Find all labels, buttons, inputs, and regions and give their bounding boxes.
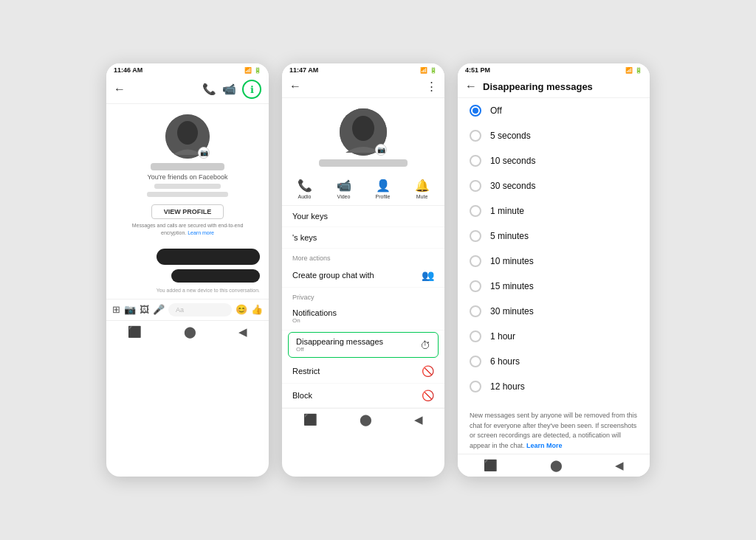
input-placeholder: Aa <box>176 306 184 314</box>
radio-label-1: 5 seconds <box>490 131 531 141</box>
time-1: 11:46 AM <box>114 66 142 74</box>
radio-circle-11 <box>470 381 481 392</box>
radio-item-8[interactable]: 30 minutes <box>458 299 650 324</box>
status-icons-2: 📶 🔋 <box>420 67 437 74</box>
phone-icon[interactable]: 📞 <box>202 83 216 96</box>
more-options-icon[interactable]: ⋮ <box>426 80 437 93</box>
grid-icon[interactable]: ⊞ <box>112 304 120 315</box>
back-nav-3[interactable]: ◀ <box>615 459 624 472</box>
view-profile-button[interactable]: VIEW PROFILE <box>151 204 224 219</box>
notifications-item[interactable]: Notifications On <box>282 302 444 330</box>
learn-more-3[interactable]: Learn More <box>526 442 563 449</box>
contact-keys-item[interactable]: 's keys <box>282 227 444 249</box>
group-icon: 👥 <box>422 269 434 281</box>
disappearing-messages-item[interactable]: Disappearing messages Off ⏱ <box>288 332 439 358</box>
radio-item-4[interactable]: 1 minute <box>458 198 650 224</box>
radio-item-5[interactable]: 5 minutes <box>458 224 650 249</box>
profile-action[interactable]: 👤 Profile <box>376 179 391 199</box>
message-input[interactable]: Aa <box>168 303 232 316</box>
radio-circle-10 <box>470 356 481 367</box>
camera-icon[interactable]: 📷 <box>124 304 136 315</box>
bottom-nav-3: ⬛ ⬤ ◀ <box>458 454 650 477</box>
time-3: 4:51 PM <box>465 66 490 74</box>
mute-action[interactable]: 🔔 Mute <box>415 179 430 199</box>
bottom-nav-1: ⬛ ⬤ ◀ <box>106 320 269 343</box>
mic-icon[interactable]: 🎤 <box>153 304 165 315</box>
phone-1: 11:46 AM 📶 🔋 ← 📞 📹 ℹ <box>106 63 269 477</box>
emoji-icon[interactable]: 😊 <box>236 304 247 315</box>
block-icon: 🚫 <box>422 390 434 401</box>
chat-profile-section: 📷 You're friends on Facebook VIEW PROFIL… <box>106 104 269 243</box>
video-icon[interactable]: 📹 <box>222 83 236 96</box>
audio-icon: 📞 <box>298 179 312 193</box>
radio-circle-4 <box>470 205 481 217</box>
block-item[interactable]: Block 🚫 <box>282 384 444 408</box>
your-keys-item[interactable]: Your keys <box>282 206 444 227</box>
radio-circle-8 <box>470 305 481 317</box>
video-action[interactable]: 📹 Video <box>337 179 351 199</box>
radio-item-0[interactable]: Off <box>458 98 650 123</box>
footer-note: New messages sent by anyone will be remo… <box>458 404 650 454</box>
audio-action[interactable]: 📞 Audio <box>298 179 312 199</box>
back-button-3[interactable]: ← <box>465 80 477 93</box>
back-nav-icon[interactable]: ◀ <box>238 325 247 339</box>
radio-label-3: 30 seconds <box>490 181 535 191</box>
status-bar-1: 11:46 AM 📶 🔋 <box>106 63 269 75</box>
profile-header-2: 📷 <box>282 98 444 173</box>
restrict-icon: 🚫 <box>422 365 434 377</box>
back-nav-2[interactable]: ◀ <box>414 413 423 426</box>
radio-circle-7 <box>470 280 481 292</box>
toolbar-icons: 📞 📹 ℹ <box>202 80 261 99</box>
signal-icon-2: 📶 <box>420 67 427 74</box>
radio-circle-9 <box>470 330 481 342</box>
back-button-1[interactable]: ← <box>114 83 126 96</box>
radio-item-6[interactable]: 10 minutes <box>458 249 650 274</box>
bottom-nav-2: ⬛ ⬤ ◀ <box>282 408 444 431</box>
audio-label: Audio <box>298 194 312 199</box>
square-nav-3[interactable]: ⬛ <box>484 459 498 472</box>
radio-item-11[interactable]: 12 hours <box>458 374 650 399</box>
square-nav-icon[interactable]: ⬛ <box>128 325 142 339</box>
avatar-badge-2: 📷 <box>375 144 387 156</box>
radio-item-3[interactable]: 30 seconds <box>458 173 650 198</box>
chat-input-bar: ⊞ 📷 🖼 🎤 Aa 😊 👍 <box>106 299 269 320</box>
radio-item-2[interactable]: 10 seconds <box>458 148 650 173</box>
status-icons-1: 📶 🔋 <box>244 67 261 74</box>
more-actions-label: More actions <box>282 249 444 263</box>
learn-more-link[interactable]: Learn more <box>188 230 214 235</box>
block-label: Block <box>292 391 312 400</box>
back-button-2[interactable]: ← <box>289 80 301 93</box>
friend-text: You're friends on Facebook <box>148 173 228 181</box>
radio-item-10[interactable]: 6 hours <box>458 349 650 374</box>
disappearing-label: Disappearing messages <box>296 337 383 346</box>
radio-label-11: 12 hours <box>490 381 525 392</box>
square-nav-2[interactable]: ⬛ <box>303 413 317 426</box>
contact-keys-label: 's keys <box>292 233 317 242</box>
privacy-label: Privacy <box>282 288 444 302</box>
app-bar-2: ← ⋮ <box>282 75 444 98</box>
radio-item-9[interactable]: 1 hour <box>458 324 650 349</box>
info-icon: ℹ <box>250 84 254 95</box>
circle-nav-2[interactable]: ⬤ <box>360 413 372 426</box>
name-blurred-2 <box>319 159 408 167</box>
signal-icon-3: 📶 <box>625 67 633 74</box>
blurred-line-1 <box>154 184 221 189</box>
radio-circle-5 <box>470 230 481 242</box>
radio-item-1[interactable]: 5 seconds <box>458 123 650 148</box>
thumb-icon[interactable]: 👍 <box>251 304 263 315</box>
app-bar-1: ← 📞 📹 ℹ <box>106 75 269 104</box>
create-group-item[interactable]: Create group chat with 👥 <box>282 263 444 288</box>
radio-item-7[interactable]: 15 minutes <box>458 274 650 299</box>
status-bar-3: 4:51 PM 📶 🔋 <box>458 63 650 75</box>
wifi-icon: 🔋 <box>254 67 261 74</box>
chat-bubble-area: You added a new device to this conversat… <box>106 243 269 299</box>
circle-nav-3[interactable]: ⬤ <box>550 459 563 472</box>
avatar-wrap-2: 📷 <box>340 108 387 156</box>
time-2: 11:47 AM <box>289 66 318 74</box>
video-icon-2: 📹 <box>337 179 351 193</box>
restrict-item[interactable]: Restrict 🚫 <box>282 359 444 384</box>
radio-label-6: 10 minutes <box>490 256 534 266</box>
image-icon[interactable]: 🖼 <box>140 304 149 315</box>
circle-nav-icon[interactable]: ⬤ <box>184 325 196 339</box>
info-button[interactable]: ℹ <box>242 80 261 99</box>
